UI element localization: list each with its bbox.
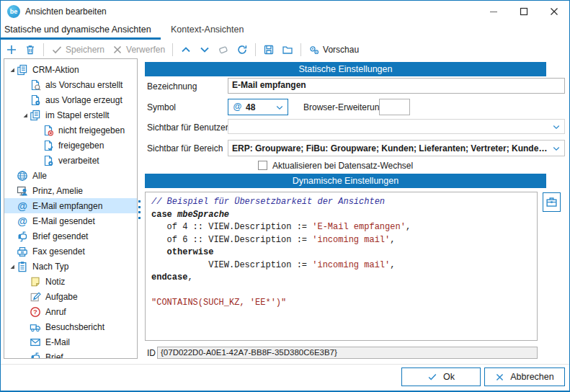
tab-bar: Statische und dynamische Ansichten Konte… bbox=[1, 22, 569, 40]
toolbar-separator bbox=[300, 43, 301, 56]
toolbar-button-vorschau[interactable]: Vorschau bbox=[306, 43, 362, 57]
tree-item-e-mail-empfangen[interactable]: @E-Mail empfangen bbox=[4, 198, 137, 213]
tree-item-label: Prinz, Amelie bbox=[32, 186, 83, 196]
browser-extension-label: Browser-Erweiterung bbox=[303, 102, 384, 112]
close-button[interactable] bbox=[539, 1, 569, 22]
svg-text:@: @ bbox=[17, 200, 27, 212]
splitter-handle[interactable] bbox=[138, 200, 141, 219]
toolbar-button-eraser[interactable] bbox=[215, 43, 232, 57]
tree-item-e-mail[interactable]: E-Mail bbox=[4, 334, 137, 349]
toolbar-button-plus[interactable] bbox=[3, 43, 20, 57]
tree-item-nicht-freigegeben[interactable]: nicht freigegeben bbox=[4, 122, 137, 138]
visible-for-area-value: ERP: Groupware; FiBu: Groupware; Kunden;… bbox=[232, 143, 552, 153]
toolbar-button-refresh[interactable] bbox=[233, 43, 251, 57]
chevron-down-icon bbox=[199, 44, 210, 55]
tree-item-label: im Stapel erstellt bbox=[45, 110, 110, 120]
maximize-button[interactable] bbox=[509, 1, 539, 22]
symbol-label: Symbol bbox=[147, 102, 176, 112]
at-icon: @ bbox=[232, 102, 243, 112]
code-line: case mbeSprache bbox=[151, 209, 531, 222]
tree-item-crm-aktion[interactable]: CRM-Aktion bbox=[4, 62, 137, 77]
tree-item-label: Alle bbox=[32, 171, 47, 181]
plus-icon bbox=[6, 44, 17, 55]
tree-item-e-mail-gesendet[interactable]: @E-Mail gesendet bbox=[4, 213, 137, 228]
refresh-on-record-change-checkbox[interactable] bbox=[258, 161, 267, 170]
doc-check-icon bbox=[43, 140, 54, 151]
bezeichnung-label: Bezeichnung bbox=[147, 81, 197, 92]
tree-item-notiz[interactable]: Notiz bbox=[4, 274, 137, 289]
eraser-icon bbox=[218, 44, 229, 55]
x-icon bbox=[112, 44, 123, 55]
tree-expander-icon[interactable] bbox=[8, 64, 17, 76]
pencil-icon bbox=[30, 291, 41, 303]
tree-item-verarbeitet[interactable]: verarbeitet bbox=[4, 153, 137, 168]
symbol-select[interactable]: @ 48 bbox=[228, 99, 288, 115]
tree-item-label: E-Mail gesendet bbox=[32, 216, 95, 226]
tab-static-dynamic-views[interactable]: Statische und dynamische Ansichten bbox=[4, 24, 151, 35]
tree-expander-spacer bbox=[34, 125, 43, 136]
minimize-button[interactable] bbox=[478, 1, 509, 22]
tree-expander-spacer bbox=[21, 94, 30, 106]
visible-for-users-select[interactable] bbox=[228, 119, 565, 134]
tree-item-aus-vorlage-erzeugt[interactable]: aus Vorlage erzeugt bbox=[4, 92, 137, 107]
code-line: VIEW.Description := 'incoming mail', bbox=[151, 259, 531, 272]
tab-context-views[interactable]: Kontext-Ansichten bbox=[171, 24, 244, 35]
chevron-up-icon bbox=[180, 44, 192, 55]
tree-item-brief[interactable]: Brief bbox=[4, 349, 137, 359]
phone-q-icon: ? bbox=[30, 306, 41, 318]
dynamic-settings-code-editor[interactable]: // Beispiel für Übersetzbarkeit der Ansi… bbox=[145, 192, 538, 341]
toolbar-button-folder[interactable] bbox=[279, 43, 296, 57]
code-line bbox=[151, 285, 531, 298]
maximize-icon bbox=[520, 7, 528, 16]
toolbar-button-verwerfen: Verwerfen bbox=[109, 43, 168, 57]
tree-item-brief-gesendet[interactable]: Brief gesendet bbox=[4, 228, 137, 244]
formula-assistant-button[interactable] bbox=[543, 192, 561, 212]
visible-for-area-select[interactable]: ERP: Groupware; FiBu: Groupware; Kunden;… bbox=[228, 140, 565, 156]
cancel-button[interactable]: Abbrechen bbox=[484, 368, 565, 386]
tree-item-alle[interactable]: Alle bbox=[4, 168, 137, 183]
tree-item-als-vorschau-erstellt[interactable]: als Vorschau erstellt bbox=[4, 77, 137, 92]
tree-item-besuchsbericht[interactable]: Besuchsbericht bbox=[4, 319, 137, 334]
note-icon bbox=[30, 276, 41, 288]
minimize-icon bbox=[489, 7, 498, 16]
clipboard-icon bbox=[17, 261, 28, 272]
id-value: {07D022D0-A0E1-42A7-BB8F-35D380C6E3B7} bbox=[157, 347, 538, 359]
tree-expander-icon[interactable] bbox=[21, 110, 30, 121]
at-icon: @ bbox=[17, 215, 28, 227]
toolbar: SpeichernVerwerfenVorschau bbox=[2, 40, 570, 58]
toolbar-button-chevron-up[interactable] bbox=[177, 43, 195, 57]
tree-item-anruf[interactable]: ?Anruf bbox=[4, 304, 137, 319]
toolbar-button-trash[interactable] bbox=[22, 43, 39, 57]
tree-item-prinz-amelie[interactable]: Prinz, Amelie bbox=[4, 183, 137, 198]
bezeichnung-input[interactable]: E-Mail empfangen bbox=[228, 78, 565, 94]
chevron-down-icon bbox=[552, 122, 561, 131]
doc-gear-icon bbox=[43, 155, 54, 166]
svg-text:@: @ bbox=[233, 102, 242, 112]
tree-expander-icon[interactable] bbox=[8, 261, 17, 272]
code-line: otherwise bbox=[151, 246, 531, 259]
tree-item-aufgabe[interactable]: Aufgabe bbox=[4, 289, 137, 304]
at-icon: @ bbox=[17, 200, 28, 212]
toolbar-button-chevron-down[interactable] bbox=[196, 43, 213, 57]
toolbar-button-label: Speichern bbox=[66, 45, 104, 55]
truck-icon bbox=[30, 321, 41, 333]
symbol-value: 48 bbox=[246, 102, 255, 112]
tree-expander-spacer bbox=[8, 231, 17, 242]
envelope-icon bbox=[30, 337, 41, 348]
tree-expander-spacer bbox=[8, 200, 17, 212]
browser-extension-input[interactable] bbox=[379, 99, 410, 115]
tree-expander-spacer bbox=[8, 170, 17, 182]
svg-text:@: @ bbox=[17, 215, 27, 227]
tree-item-freigegeben[interactable]: freigegeben bbox=[4, 138, 137, 153]
tree-item-label: Anruf bbox=[45, 307, 66, 317]
tree-item-nach-typ[interactable]: Nach Typ bbox=[4, 259, 137, 274]
tree-item-fax-gesendet[interactable]: Fax gesendet bbox=[4, 244, 137, 259]
tree-item-label: E-Mail empfangen bbox=[32, 201, 102, 211]
ok-button[interactable]: Ok bbox=[401, 368, 481, 386]
edit-views-dialog: be Ansichten bearbeiten Statische und dy… bbox=[0, 0, 570, 392]
toolbar-button-save[interactable] bbox=[260, 43, 277, 57]
chevron-down-icon bbox=[275, 103, 284, 112]
window-controls bbox=[478, 1, 569, 22]
tree-expander-spacer bbox=[21, 291, 30, 303]
tree-item-im-stapel-erstellt[interactable]: im Stapel erstellt bbox=[4, 107, 137, 122]
